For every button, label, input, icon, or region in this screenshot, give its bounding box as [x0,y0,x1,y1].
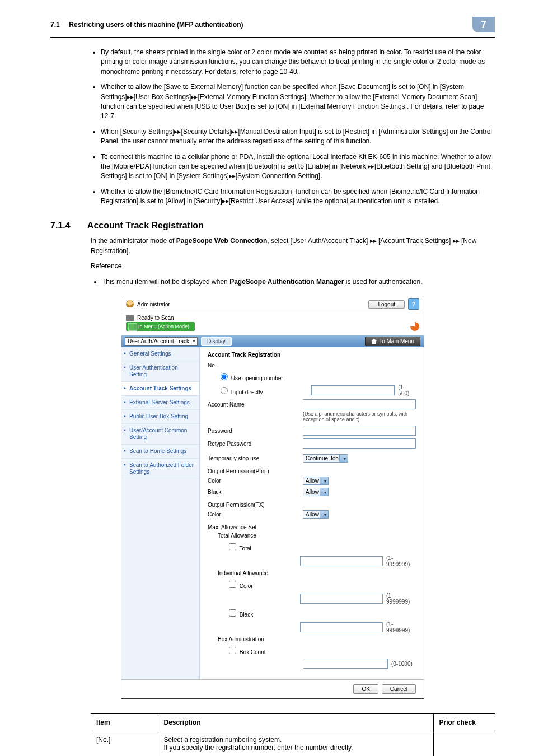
account-name-label: Account Name [208,402,303,408]
intro-text: In the administrator mode of [91,237,176,245]
ref-text: This menu item will not be displayed whe… [102,278,229,286]
indiv-black-checkbox-input[interactable] [229,609,236,617]
bullet-list: By default, the sheets printed in the si… [50,48,495,206]
to-main-label: To Main Menu [379,338,414,344]
reference-item: This menu item will not be displayed whe… [102,277,495,287]
nav-user-auth-setting[interactable]: User Authentication Setting [121,361,199,382]
indiv-black-checkbox[interactable]: Black [208,608,322,618]
chevron-down-icon: ▾ [324,479,326,484]
cancel-button[interactable]: Cancel [382,684,416,694]
total-field[interactable] [300,556,383,566]
section-title: Restricting users of this machine (MFP a… [69,21,243,29]
select-value: Continue Job [306,455,339,461]
chevron-down-icon: ▾ [344,456,346,461]
indiv-black-field[interactable] [300,622,383,632]
indiv-black-range: (1-9999999) [386,621,416,633]
display-button[interactable]: Display [201,337,232,346]
ref-product-name: PageScope Authentication Manager [229,278,344,286]
category-select[interactable]: User Auth/Account Track [125,337,198,346]
cell-prior [433,731,495,756]
box-count-checkbox[interactable]: Box Count [208,645,322,656]
form-title: Account Track Registration [208,352,416,358]
indiv-color-checkbox[interactable]: Color [208,579,322,590]
box-admin-label: Box Administration [208,636,313,642]
help-button[interactable]: ? [408,298,419,310]
nav-general-settings[interactable]: General Settings [121,347,199,361]
radio-use-opening-number[interactable]: Use opening number [208,371,313,381]
checkbox-label: Black [240,612,253,618]
cell-item: [No.] [91,731,158,756]
table-row: [No.] Select a registration numbering sy… [91,731,495,756]
side-nav: General Settings User Authentication Set… [121,347,200,679]
max-allowance-set-label: Max. Allowance Set [208,524,416,530]
indiv-color-field[interactable] [300,594,383,604]
status-text: Ready to Scan [137,315,174,321]
section-no: 7.1 [50,21,60,29]
color-label: Color [208,478,303,484]
th-prior-check: Prior check [433,714,495,731]
output-perm-tx-label: Output Permission(TX) [208,502,416,508]
nav-scan-to-home-settings[interactable]: Scan to Home Settings [121,445,199,459]
radio-input-directly[interactable]: Input directly [208,385,311,395]
tx-color-select[interactable]: Allow▾ [303,510,329,519]
account-name-field[interactable] [303,399,416,409]
checkbox-label: Total [240,545,251,552]
web-screenshot: Administrator Logout ? Ready to Scan In … [121,296,424,699]
subsection-title: Account Track Registration [87,221,204,230]
total-checkbox-input[interactable] [229,543,236,550]
bullet-item: When [Security Settings]▸▸[Security Deta… [101,127,495,147]
reference-label: Reference [91,262,495,271]
nav-public-user-box-setting[interactable]: Public User Box Setting [121,410,199,424]
bullet-item: Whether to allow the [Save to External M… [101,82,495,122]
checkbox-label: Box Count [240,649,266,655]
refresh-icon[interactable] [410,322,419,331]
total-allowance-label: Total Allowance [208,533,313,539]
indiv-color-range: (1-9999999) [386,592,416,605]
individual-allowance-label: Individual Allowance [208,570,313,576]
account-name-hint: (Use alphanumeric characters or symbols,… [303,411,416,422]
select-value: Allow [306,511,319,517]
th-description: Description [158,714,433,731]
radio-input-directly-input[interactable] [221,387,228,394]
nav-user-account-common-setting[interactable]: User/Account Common Setting [121,424,199,445]
black-label: Black [208,489,303,495]
nav-account-track-settings[interactable]: Account Track Settings [121,382,199,396]
nav-scan-to-authorized-folder-settings[interactable]: Scan to Authorized Folder Settings [121,459,199,479]
indiv-color-checkbox-input[interactable] [229,581,236,588]
header-rule [50,37,495,38]
input-directly-field[interactable] [311,385,395,395]
box-count-checkbox-input[interactable] [229,647,236,654]
mode-chip[interactable]: In Menu (Action Mode) [126,322,195,331]
subsection-heading: 7.1.4 Account Track Registration [50,221,495,231]
chevron-down-icon: ▾ [324,490,326,495]
bullet-item: To connect this machine to a cellular ph… [101,152,495,181]
total-checkbox[interactable]: Total [208,542,322,552]
password-field[interactable] [303,426,416,436]
ref-text-suffix: is used for authentication. [344,278,422,286]
radio-label: Input directly [231,389,263,395]
input-directly-range: (1-500) [398,384,416,396]
radio-use-opening-number-input[interactable] [221,373,228,380]
to-main-menu-button[interactable]: To Main Menu [365,337,420,346]
retype-password-label: Retype Password [208,441,303,447]
retype-password-field[interactable] [303,438,416,449]
intro-paragraph: In the administrator mode of PageScope W… [91,236,495,256]
checkbox-label: Color [240,583,253,589]
printer-icon [126,315,134,321]
nav-external-server-settings[interactable]: External Server Settings [121,396,199,410]
bullet-item: By default, the sheets printed in the si… [101,48,495,77]
box-count-range: (0-1000) [391,661,413,667]
admin-label: Administrator [137,301,170,307]
print-color-select[interactable]: Allow▾ [303,477,329,485]
radio-label: Use opening number [231,375,283,381]
logout-button[interactable]: Logout [368,300,405,309]
print-black-select[interactable]: Allow▾ [303,488,329,496]
box-count-field[interactable] [303,659,388,669]
ok-button[interactable]: OK [353,684,378,694]
temp-stop-select[interactable]: Continue Job▾ [303,454,348,463]
intro-product-name: PageScope Web Connection [176,237,267,245]
color-label: Color [208,511,303,517]
select-value: Allow [306,489,319,495]
total-range: (1-9999999) [386,555,416,567]
output-perm-print-label: Output Permission(Print) [208,468,416,474]
